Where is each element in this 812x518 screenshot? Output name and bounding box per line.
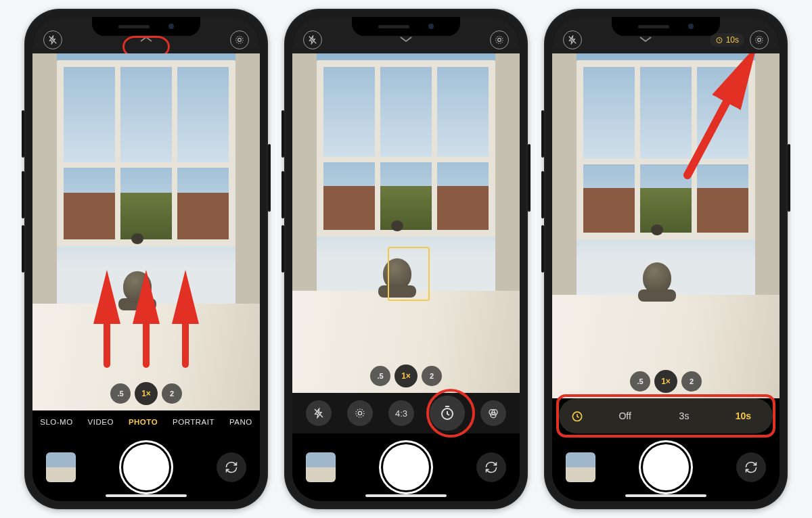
svg-point-9: [496, 37, 503, 44]
live-photo-toggle-button[interactable]: [490, 30, 509, 49]
device-notch: [612, 17, 720, 36]
live-photo-toggle-button[interactable]: [230, 30, 249, 49]
mode-photo[interactable]: PHOTO: [129, 418, 158, 426]
camera-viewfinder[interactable]: .5 1× 2: [32, 53, 260, 410]
svg-point-11: [358, 411, 361, 415]
mode-video[interactable]: VIDEO: [88, 418, 114, 426]
last-photo-thumbnail[interactable]: [566, 452, 595, 482]
home-indicator[interactable]: [625, 494, 706, 497]
svg-point-12: [356, 409, 364, 417]
timer-icon: [559, 409, 595, 423]
svg-point-19: [758, 39, 761, 42]
timer-status-chip[interactable]: 10s: [710, 33, 744, 47]
last-photo-thumbnail[interactable]: [46, 452, 76, 482]
zoom-1x[interactable]: 1×: [394, 364, 418, 387]
zoom-2x[interactable]: 2: [422, 366, 442, 386]
subject-buddha-head: [638, 256, 676, 302]
shutter-row: [32, 433, 260, 501]
toolbar-flash-button[interactable]: [306, 400, 332, 426]
mode-slomo[interactable]: SLO-MO: [40, 418, 72, 426]
zoom-2x[interactable]: 2: [162, 383, 182, 404]
device-notch: [92, 17, 200, 36]
camera-viewfinder[interactable]: .5 1× 2: [552, 53, 780, 398]
timer-option-10s[interactable]: 10s: [714, 401, 773, 431]
flash-toggle-button[interactable]: [43, 30, 62, 49]
svg-point-8: [498, 39, 501, 42]
zoom-2x[interactable]: 2: [681, 371, 702, 392]
flash-toggle-button[interactable]: [303, 30, 322, 49]
iphone-device-1: .5 1× 2 SLO-MO VIDEO PHOTO PORTRAIT PANO: [24, 9, 268, 509]
shutter-button[interactable]: [123, 444, 169, 490]
timer-option-segment[interactable]: Off 3s 10s: [559, 398, 773, 433]
timer-option-off[interactable]: Off: [595, 401, 654, 431]
toolbar-live-button[interactable]: [347, 400, 373, 426]
mode-pano[interactable]: PANO: [229, 418, 252, 426]
timer-status-value: 10s: [726, 35, 739, 45]
shutter-row: [292, 433, 520, 501]
zoom-1x[interactable]: 1×: [135, 382, 158, 405]
zoom-selector[interactable]: .5 1× 2: [630, 370, 702, 393]
zoom-selector[interactable]: .5 1× 2: [110, 382, 182, 405]
toolbar-filters-button[interactable]: [480, 400, 506, 426]
iphone-device-2: .5 1× 2 4:3: [284, 9, 528, 509]
subject-buddha-head: [118, 264, 156, 310]
camera-expanded-toolbar: 4:3: [292, 393, 520, 433]
shutter-button[interactable]: [383, 444, 429, 490]
live-photo-toggle-button[interactable]: [750, 30, 769, 49]
zoom-0_5x[interactable]: .5: [630, 371, 650, 392]
last-photo-thumbnail[interactable]: [306, 452, 336, 482]
camera-flip-button[interactable]: [736, 452, 766, 482]
home-indicator[interactable]: [365, 494, 447, 497]
timer-option-3s[interactable]: 3s: [654, 401, 713, 431]
device-notch: [352, 17, 460, 36]
shutter-row: [552, 433, 780, 501]
mode-portrait[interactable]: PORTRAIT: [173, 418, 215, 426]
svg-point-20: [756, 37, 763, 44]
camera-mode-selector[interactable]: SLO-MO VIDEO PHOTO PORTRAIT PANO: [32, 410, 260, 433]
camera-flip-button[interactable]: [476, 452, 506, 482]
home-indicator[interactable]: [106, 494, 187, 497]
shutter-button[interactable]: [643, 444, 689, 490]
iphone-device-3: 10s .5 1× 2: [544, 9, 788, 509]
autofocus-face-box: [388, 247, 430, 301]
camera-flip-button[interactable]: [217, 452, 246, 482]
svg-point-2: [236, 37, 244, 44]
toolbar-timer-button[interactable]: [430, 396, 465, 431]
zoom-1x[interactable]: 1×: [654, 370, 677, 393]
toolbar-aspect-button[interactable]: 4:3: [388, 400, 414, 426]
svg-point-1: [238, 39, 242, 42]
zoom-selector[interactable]: .5 1× 2: [370, 364, 442, 387]
zoom-0_5x[interactable]: .5: [370, 366, 390, 386]
camera-viewfinder[interactable]: .5 1× 2: [292, 53, 520, 393]
zoom-0_5x[interactable]: .5: [110, 383, 131, 404]
flash-toggle-button[interactable]: [563, 30, 582, 49]
